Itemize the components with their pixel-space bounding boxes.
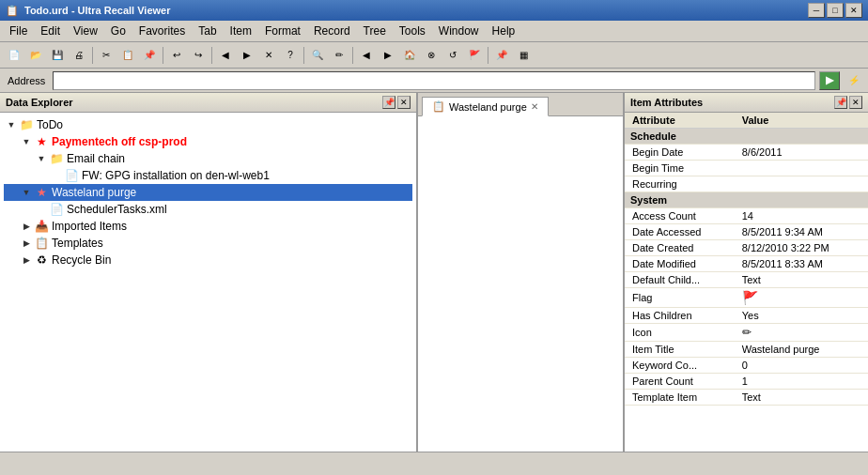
icon-wasteland: ★	[34, 185, 49, 200]
menu-item[interactable]: Item	[225, 23, 257, 39]
tree-node-scheduler[interactable]: ▶ 📄 SchedulerTasks.xml	[4, 201, 412, 218]
cut-btn[interactable]: ✂	[96, 45, 116, 66]
tree-node-wasteland[interactable]: ▼ ★ Wasteland purge	[4, 184, 412, 201]
tree-node-recycle[interactable]: ▶ ♻ Recycle Bin	[4, 252, 412, 268]
title-bar-icon: 📋	[6, 5, 19, 17]
minimize-button[interactable]: ─	[808, 3, 825, 18]
menu-window[interactable]: Window	[433, 23, 485, 39]
nav-back-btn[interactable]: ◀	[356, 45, 377, 66]
open-btn[interactable]: 📂	[25, 45, 46, 66]
attribute-value	[735, 161, 868, 176]
table-row[interactable]: Keyword Co...0	[625, 358, 868, 374]
tree-node-imported[interactable]: ▶ 📥 Imported Items	[4, 218, 412, 235]
edit-btn[interactable]: ✏	[329, 45, 349, 66]
tree-area[interactable]: ▼ 📁 ToDo ▼ ★ Paymentech off csp-prod ▼ 📁…	[0, 113, 416, 452]
back-btn[interactable]: ◀	[215, 45, 236, 66]
maximize-button[interactable]: □	[827, 3, 844, 18]
table-row[interactable]: Icon✏	[625, 324, 868, 342]
refresh-btn[interactable]: ↺	[442, 45, 463, 66]
paste-btn[interactable]: 📌	[139, 45, 160, 66]
sep3	[211, 47, 212, 64]
address-extra-btn[interactable]: ⚡	[844, 70, 864, 91]
attributes-pin-button[interactable]: 📌	[834, 96, 847, 109]
expander-templates[interactable]: ▶	[19, 236, 34, 251]
print-btn[interactable]: 🖨	[69, 45, 89, 66]
middle-panel: 📋 Wasteland purge ✕	[418, 93, 625, 452]
layout-btn[interactable]: ▦	[513, 45, 534, 66]
search-btn[interactable]: 🔍	[307, 45, 328, 66]
table-row[interactable]: Date Accessed8/5/2011 9:34 AM	[625, 224, 868, 240]
tree-node-emailchain[interactable]: ▼ 📁 Email chain	[4, 150, 412, 167]
expander-paymentech[interactable]: ▼	[19, 134, 34, 149]
table-row[interactable]: Has ChildrenYes	[625, 308, 868, 324]
attribute-value: 0	[735, 358, 868, 374]
pin-btn[interactable]: 📌	[491, 45, 512, 66]
tree-node-fw-gpg[interactable]: ▶ 📄 FW: GPG installation on den-wl-web1	[4, 167, 412, 184]
table-row[interactable]: Recurring	[625, 176, 868, 192]
tree-node-paymentech[interactable]: ▼ ★ Paymentech off csp-prod	[4, 133, 412, 150]
menu-record[interactable]: Record	[308, 23, 356, 39]
menu-favorites[interactable]: Favorites	[133, 23, 191, 39]
attributes-close-button[interactable]: ✕	[849, 96, 862, 109]
redo-btn[interactable]: ↪	[188, 45, 209, 66]
delete-btn[interactable]: ✕	[258, 45, 279, 66]
tab-wasteland[interactable]: 📋 Wasteland purge ✕	[422, 97, 549, 116]
forward-btn[interactable]: ▶	[237, 45, 257, 66]
close-button[interactable]: ✕	[845, 3, 862, 18]
menu-help[interactable]: Help	[487, 23, 521, 39]
icon-todo: 📁	[19, 117, 34, 132]
address-input[interactable]	[53, 71, 815, 90]
table-row[interactable]: Flag🚩	[625, 288, 868, 308]
expander-todo[interactable]: ▼	[4, 117, 19, 132]
menu-edit[interactable]: Edit	[35, 23, 66, 39]
expander-emailchain[interactable]: ▼	[34, 151, 49, 166]
stop-btn[interactable]: ⊗	[421, 45, 442, 66]
help-btn[interactable]: ?	[280, 45, 301, 66]
new-btn[interactable]: 📄	[4, 45, 24, 66]
attribute-name: Date Created	[625, 240, 735, 256]
attributes-data-table: Attribute Value ScheduleBegin Date8/6/20…	[625, 113, 868, 406]
menu-tree[interactable]: Tree	[358, 23, 392, 39]
undo-btn[interactable]: ↩	[166, 45, 187, 66]
table-row[interactable]: Begin Time	[625, 161, 868, 176]
attribute-value: Wasteland purge	[735, 342, 868, 358]
panel-pin-button[interactable]: 📌	[382, 96, 395, 109]
group-header-cell: Schedule	[625, 129, 868, 145]
icon-fw: 📄	[64, 168, 79, 183]
expander-recycle[interactable]: ▶	[19, 253, 34, 268]
table-row[interactable]: Default Child...Text	[625, 272, 868, 288]
address-go-button[interactable]: ▶	[819, 71, 840, 90]
table-row[interactable]: Begin Date8/6/2011	[625, 145, 868, 161]
flag-btn[interactable]: 🚩	[464, 45, 485, 66]
table-row[interactable]: Item TitleWasteland purge	[625, 342, 868, 358]
menu-go[interactable]: Go	[105, 23, 132, 39]
table-row[interactable]: Access Count14	[625, 208, 868, 224]
label-wasteland: Wasteland purge	[52, 186, 136, 199]
copy-btn[interactable]: 📋	[117, 45, 138, 66]
menu-format[interactable]: Format	[259, 23, 306, 39]
menu-tab[interactable]: Tab	[193, 23, 222, 39]
attribute-value: 8/5/2011 8:33 AM	[735, 256, 868, 272]
table-row[interactable]: Template ItemText	[625, 390, 868, 406]
tree-node-todo[interactable]: ▼ 📁 ToDo	[4, 116, 412, 133]
menu-view[interactable]: View	[68, 23, 103, 39]
table-row[interactable]: Parent Count1	[625, 374, 868, 390]
table-row[interactable]: Date Created8/12/2010 3:22 PM	[625, 240, 868, 256]
menu-tools[interactable]: Tools	[394, 23, 431, 39]
home-btn[interactable]: 🏠	[399, 45, 420, 66]
save-btn[interactable]: 💾	[47, 45, 68, 66]
col-attribute: Attribute	[625, 113, 735, 129]
table-row[interactable]: Date Modified8/5/2011 8:33 AM	[625, 256, 868, 272]
panel-close-button[interactable]: ✕	[397, 96, 411, 109]
nav-forward-btn[interactable]: ▶	[378, 45, 398, 66]
menu-file[interactable]: File	[4, 23, 33, 39]
expander-imported[interactable]: ▶	[19, 219, 34, 234]
table-row[interactable]: System	[625, 192, 868, 208]
tab-close-button[interactable]: ✕	[531, 101, 538, 112]
sep6	[488, 47, 488, 64]
tree-node-templates[interactable]: ▶ 📋 Templates	[4, 235, 412, 252]
data-explorer-panel: Data Explorer 📌 ✕ ▼ 📁 ToDo ▼ ★ Paymentec…	[0, 93, 418, 452]
table-row[interactable]: Schedule	[625, 129, 868, 145]
expander-wasteland[interactable]: ▼	[19, 185, 34, 200]
menu-bar: File Edit View Go Favorites Tab Item For…	[0, 21, 868, 42]
